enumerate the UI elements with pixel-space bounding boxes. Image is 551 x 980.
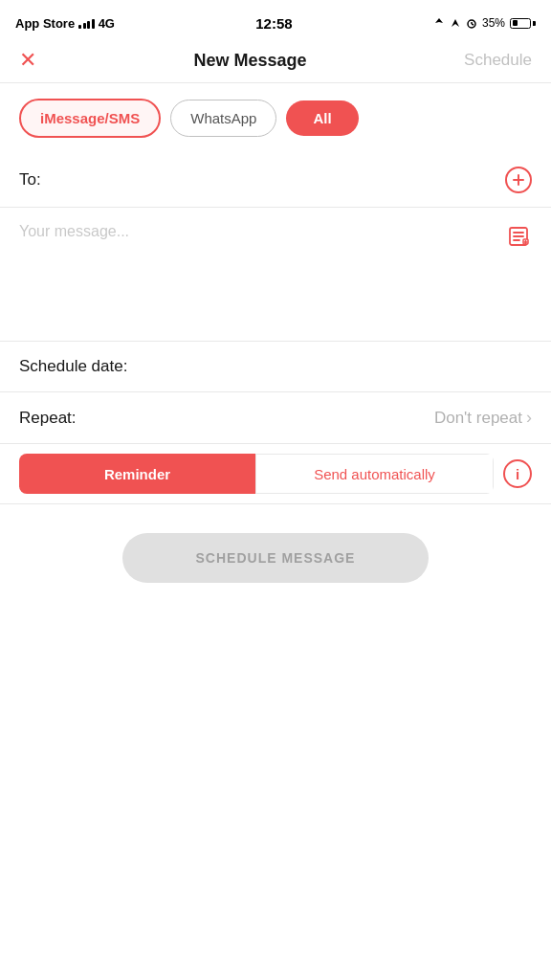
send-automatically-option[interactable]: Send automatically bbox=[255, 454, 494, 494]
page-title: New Message bbox=[194, 51, 307, 71]
bar4 bbox=[92, 19, 95, 29]
carrier-label: App Store bbox=[15, 16, 75, 31]
bar1 bbox=[78, 25, 81, 29]
schedule-btn-label: SCHEDULE MESSAGE bbox=[196, 550, 356, 566]
repeat-value-text: Don't repeat bbox=[434, 409, 522, 428]
segment-tabs: iMessage/SMS WhatsApp All bbox=[0, 83, 551, 153]
tab-imessage[interactable]: iMessage/SMS bbox=[19, 99, 161, 138]
to-label: To: bbox=[19, 170, 41, 189]
send-mode-toggle[interactable]: Reminder Send automatically bbox=[19, 454, 494, 494]
message-field[interactable]: Your message... bbox=[0, 208, 551, 342]
network-label: 4G bbox=[99, 16, 115, 31]
svg-line-2 bbox=[472, 24, 474, 25]
battery-percent: 35% bbox=[482, 16, 505, 30]
repeat-label: Repeat: bbox=[19, 409, 77, 428]
tab-whatsapp[interactable]: WhatsApp bbox=[170, 100, 276, 137]
nav-bar: ✕ New Message Schedule bbox=[0, 42, 551, 83]
status-left: App Store 4G bbox=[15, 16, 115, 31]
info-symbol: i bbox=[516, 466, 519, 482]
alarm-icon bbox=[466, 17, 477, 29]
template-icon[interactable] bbox=[505, 223, 532, 250]
arrow-icon bbox=[450, 17, 461, 29]
status-right: 35% bbox=[433, 16, 536, 30]
toggle-row: Reminder Send automatically i bbox=[0, 444, 551, 504]
battery-icon bbox=[510, 18, 536, 29]
status-bar: App Store 4G 12:58 35% bbox=[0, 0, 551, 42]
schedule-date-row: Schedule date: bbox=[0, 342, 551, 392]
message-placeholder: Your message... bbox=[19, 223, 505, 240]
signal-bars bbox=[78, 17, 95, 29]
close-button[interactable]: ✕ bbox=[19, 50, 36, 71]
schedule-date-label: Schedule date: bbox=[19, 357, 127, 376]
repeat-value[interactable]: Don't repeat › bbox=[434, 408, 532, 428]
bar3 bbox=[87, 21, 90, 29]
template-svg bbox=[507, 225, 530, 248]
schedule-section: Schedule date: Repeat: Don't repeat › bbox=[0, 342, 551, 444]
schedule-btn-container: SCHEDULE MESSAGE bbox=[0, 504, 551, 612]
location-icon bbox=[433, 17, 445, 29]
add-recipient-button[interactable] bbox=[505, 167, 532, 193]
chevron-right-icon: › bbox=[526, 408, 532, 428]
plus-icon bbox=[512, 173, 525, 187]
info-button[interactable]: i bbox=[503, 459, 532, 488]
schedule-button[interactable]: Schedule bbox=[464, 51, 532, 70]
reminder-option[interactable]: Reminder bbox=[19, 454, 255, 494]
tab-all[interactable]: All bbox=[286, 100, 358, 136]
schedule-message-button[interactable]: SCHEDULE MESSAGE bbox=[122, 533, 429, 583]
status-time: 12:58 bbox=[255, 15, 292, 32]
repeat-row[interactable]: Repeat: Don't repeat › bbox=[0, 392, 551, 444]
bar2 bbox=[83, 23, 86, 29]
to-field: To: bbox=[0, 153, 551, 208]
